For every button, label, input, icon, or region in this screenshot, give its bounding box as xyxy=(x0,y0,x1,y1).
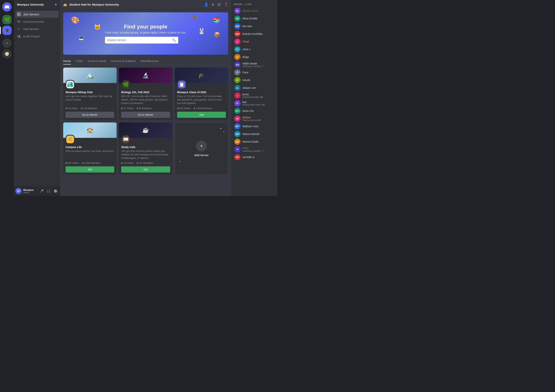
server-name-header[interactable]: Wumpus University ▼ xyxy=(14,0,60,9)
sidebar-footer: W Wumpus #0000 🎤 🎧 ⚙️ xyxy=(14,186,60,196)
sidebar-item-add-servers[interactable]: + Add Servers xyxy=(15,25,58,32)
username: Wumpus xyxy=(23,188,37,191)
card-hiking-club[interactable]: 🏔️ 🏞️ Wumpus Hiking Club Let's get into … xyxy=(63,68,117,120)
go-to-server-button-hiking[interactable]: Go to Server xyxy=(66,112,114,118)
status-dot xyxy=(239,66,241,68)
mute-button[interactable]: 🎤 xyxy=(38,188,45,194)
member-info-nermit: Nermit Ghafa xyxy=(242,140,274,143)
tab-social[interactable]: Social & Study xyxy=(88,58,106,64)
member-avatar-hoods: H xyxy=(234,77,241,83)
member-item-kevinchu[interactable]: KCkevin chu xyxy=(232,107,277,115)
card-title: Wumpus Class of 2022 xyxy=(177,91,226,94)
member-item-jenny[interactable]: JjennyPlaying Fishington 🎮 xyxy=(232,92,277,99)
explore-search-input[interactable] xyxy=(107,38,171,42)
member-item-benben[interactable]: BBben ben xyxy=(232,22,277,30)
member-name-rachelle: rachelle d. xyxy=(242,156,274,159)
member-avatar-rachelle: RD xyxy=(234,154,241,160)
tab-misc[interactable]: Miscellaneous xyxy=(140,58,159,64)
member-item-eddie[interactable]: EBeddie beetieListening to Spotify 🎵 xyxy=(232,61,277,69)
nitro-button[interactable]: @ xyxy=(217,2,221,7)
go-to-server-button-bio[interactable]: Go to Server xyxy=(121,112,170,118)
member-info-jaspar: Jaspar Lee xyxy=(242,86,274,89)
member-item-brando[interactable]: BMbrando mcclellan xyxy=(232,30,277,38)
card-class-2022[interactable]: 🎓 📋 Wumpus Class of 2022 Class of '22 ch… xyxy=(175,68,228,120)
member-item-mallow[interactable]: MMallowPlaying Journey 🎮 xyxy=(232,115,277,122)
help-button[interactable]: ❓ xyxy=(224,2,228,7)
member-item-rachelle[interactable]: RDrachelle d. xyxy=(232,153,277,161)
status-dot xyxy=(239,12,241,14)
member-item-akash[interactable]: ALAkash Leone xyxy=(232,7,277,15)
cards-grid: 🏔️ 🏞️ Wumpus Hiking Club Let's get into … xyxy=(63,68,228,175)
member-name-mallorie: Mallorie Yves xyxy=(242,125,274,128)
server-icons-bar: 🌿 🎓 + 🧭 xyxy=(0,0,14,196)
member-item-hoods[interactable]: HHoods xyxy=(232,76,277,84)
card-desc: Find out about events, free food, and mo… xyxy=(66,150,114,160)
server-icon-university[interactable]: 🎓 xyxy=(2,26,12,35)
add-friend-button[interactable]: 👤 xyxy=(204,2,208,7)
discord-home-icon[interactable] xyxy=(2,2,12,12)
status-dot xyxy=(239,158,241,160)
member-avatar-alina: AE xyxy=(234,15,241,21)
member-activity-phibi: Listening to Spotify 🎵 xyxy=(242,150,274,152)
member-avatar-kaz: K xyxy=(234,100,241,106)
status-dot xyxy=(239,128,241,129)
member-item-jaspar[interactable]: JLJaspar Lee xyxy=(232,84,277,92)
status-dot xyxy=(239,35,241,37)
status-dot xyxy=(239,58,241,60)
card-study-cafe[interactable]: ☕ 📖 Study Cafe You got this! Find the pe… xyxy=(119,122,172,175)
join-button-class2022[interactable]: Join xyxy=(177,112,226,118)
member-name-benben: ben ben xyxy=(242,25,274,28)
member-info-di3go: di3go xyxy=(242,56,274,58)
join-button-campus[interactable]: Join xyxy=(66,166,114,172)
stat-members: 187 Members xyxy=(137,162,153,164)
member-activity-mallow: Playing Journey 🎮 xyxy=(242,119,274,121)
sidebar-item-announcements[interactable]: Announcements xyxy=(15,18,58,25)
member-name-akash: Akash Leone xyxy=(242,9,274,12)
member-item-nermit[interactable]: NGNermit Ghafa xyxy=(232,138,277,146)
card-campus-life[interactable]: 🏫 🍕 Campus Life Find out about events, f… xyxy=(63,122,117,175)
online-header: ONLINE — 2,784 xyxy=(231,0,278,7)
tab-classes[interactable]: Classes & Subjects xyxy=(111,58,136,64)
tab-clubs[interactable]: Clubs xyxy=(76,58,83,64)
status-dot xyxy=(239,97,241,99)
settings-button[interactable]: ⚙️ xyxy=(52,188,58,194)
status-dot xyxy=(239,81,241,83)
stat-online: 947 Online xyxy=(66,162,79,164)
user-tag: #0000 xyxy=(23,191,37,194)
member-item-mallorie[interactable]: MYMallorie Yves xyxy=(232,122,277,130)
member-avatar-phibi: P xyxy=(234,146,241,152)
card-desc: Class of '22 chill zone. Find a roommate… xyxy=(177,94,226,105)
server-separator-2 xyxy=(4,36,10,37)
member-info-hoods: Hoods xyxy=(242,78,274,82)
member-avatar-mallow: M xyxy=(234,115,241,122)
add-server-icon[interactable]: + xyxy=(2,38,12,48)
member-item-phibi[interactable]: PPhibiListening to Spotify 🎵 xyxy=(232,146,277,153)
status-dot xyxy=(239,150,241,152)
member-item-neena[interactable]: NNNeena Nenick xyxy=(232,130,277,138)
member-name-chad: Chad xyxy=(242,40,274,43)
member-info-phibi: PhibiListening to Spotify 🎵 xyxy=(242,147,274,152)
member-avatar-face: F xyxy=(234,69,241,75)
member-item-di3go[interactable]: Ddi3go xyxy=(232,53,277,61)
card-title: Study Cafe xyxy=(121,146,170,149)
member-item-face[interactable]: FFace xyxy=(232,69,277,76)
sidebar-item-invite-people[interactable]: Invite People xyxy=(15,33,58,40)
download-button[interactable]: ⬇ xyxy=(212,2,214,7)
card-bio-101[interactable]: 🔬 🌿 Biology 101, Fall 2022 BIO 101: Intr… xyxy=(119,68,172,120)
add-server-card[interactable]: ✦ ✦ ✕ + Add Server xyxy=(175,122,228,175)
member-item-chrisc[interactable]: CCchris c. xyxy=(232,45,277,53)
deafen-button[interactable]: 🎧 xyxy=(45,188,52,194)
member-name-kaz: kaz xyxy=(242,100,274,104)
member-item-chad[interactable]: CChad xyxy=(232,38,277,45)
member-item-kaz[interactable]: KkazPlaying Witch Game 🎮 xyxy=(232,99,277,107)
card-stats: 542 Online 1,003 Members xyxy=(177,107,226,110)
explore-icon[interactable]: 🧭 xyxy=(2,49,12,58)
card-stats: 947 Online 3,589 Members xyxy=(66,162,114,164)
user-avatar[interactable]: W xyxy=(15,188,22,194)
join-button-cafe[interactable]: Join xyxy=(121,166,170,172)
member-avatar-kevinchu: KC xyxy=(234,108,241,114)
member-item-alina[interactable]: AEAlina Emelle xyxy=(232,15,277,22)
tab-home[interactable]: Home xyxy=(63,58,71,64)
server-icon-1[interactable]: 🌿 xyxy=(2,15,12,24)
sidebar-item-join-servers[interactable]: Join Servers xyxy=(15,11,58,18)
